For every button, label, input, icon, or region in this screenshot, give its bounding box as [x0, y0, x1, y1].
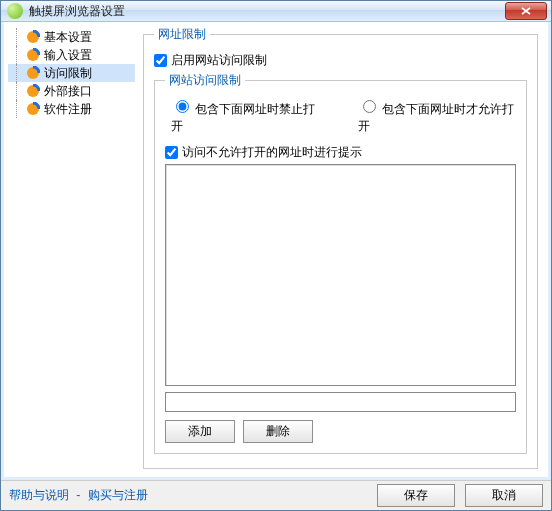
add-button[interactable]: 添加	[165, 420, 235, 443]
radio-allow[interactable]	[363, 100, 376, 113]
footer-links: 帮助与说明 - 购买与注册	[9, 487, 377, 504]
close-button[interactable]	[505, 2, 547, 20]
sidebar-item-label: 软件注册	[44, 101, 92, 118]
enable-checkbox[interactable]	[154, 54, 167, 67]
sidebar-item-basic[interactable]: 基本设置	[8, 28, 135, 46]
window-body: 基本设置 输入设置 访问限制 外部接口	[1, 22, 551, 480]
url-listbox[interactable]	[165, 164, 516, 386]
sidebar-item-register[interactable]: 软件注册	[8, 100, 135, 118]
prompt-row: 访问不允许打开的网址时进行提示	[165, 144, 516, 161]
buy-link[interactable]: 购买与注册	[88, 488, 148, 502]
outer-groupbox-legend: 网址限制	[154, 26, 210, 43]
list-buttons: 添加 删除	[165, 420, 516, 443]
swirl-icon	[26, 102, 40, 116]
swirl-icon	[26, 66, 40, 80]
swirl-icon	[26, 30, 40, 44]
enable-row: 启用网站访问限制	[154, 52, 527, 69]
save-button[interactable]: 保存	[377, 484, 455, 507]
sidebar-item-access[interactable]: 访问限制	[8, 64, 135, 82]
radio-block-label[interactable]: 包含下面网址时禁止打开	[171, 102, 315, 133]
swirl-icon	[26, 48, 40, 62]
prompt-label[interactable]: 访问不允许打开的网址时进行提示	[182, 144, 362, 161]
sidebar-item-label: 外部接口	[44, 83, 92, 100]
titlebar: 触摸屏浏览器设置	[1, 1, 551, 22]
close-icon	[521, 7, 531, 15]
swirl-icon	[26, 84, 40, 98]
cancel-button[interactable]: 取消	[465, 484, 543, 507]
inner-groupbox-legend: 网站访问限制	[165, 72, 245, 89]
enable-label[interactable]: 启用网站访问限制	[171, 52, 267, 69]
outer-groupbox: 网址限制 启用网站访问限制 网站访问限制 包含下面网址时禁止打开	[143, 26, 538, 469]
settings-window: 触摸屏浏览器设置 基本设置 输入设置 访问限制	[0, 0, 552, 511]
sidebar-item-label: 访问限制	[44, 65, 92, 82]
sidebar-item-label: 基本设置	[44, 29, 92, 46]
prompt-checkbox[interactable]	[165, 146, 178, 159]
window-title: 触摸屏浏览器设置	[29, 3, 505, 20]
separator: -	[76, 488, 80, 502]
help-link[interactable]: 帮助与说明	[9, 488, 69, 502]
radio-row: 包含下面网址时禁止打开 包含下面网址时才允许打开	[171, 97, 516, 135]
url-input[interactable]	[165, 392, 516, 412]
sidebar: 基本设置 输入设置 访问限制 外部接口	[4, 22, 139, 477]
sidebar-item-label: 输入设置	[44, 47, 92, 64]
radio-allow-label[interactable]: 包含下面网址时才允许打开	[358, 102, 514, 133]
sidebar-item-external[interactable]: 外部接口	[8, 82, 135, 100]
radio-block[interactable]	[176, 100, 189, 113]
delete-button[interactable]: 删除	[243, 420, 313, 443]
sidebar-item-input[interactable]: 输入设置	[8, 46, 135, 64]
footer-actions: 保存 取消	[377, 484, 543, 507]
content-panel: 网址限制 启用网站访问限制 网站访问限制 包含下面网址时禁止打开	[139, 22, 548, 477]
inner-groupbox: 网站访问限制 包含下面网址时禁止打开 包含下面网址时才允许打开	[154, 72, 527, 454]
app-icon	[7, 3, 23, 19]
footer: 帮助与说明 - 购买与注册 保存 取消	[1, 480, 551, 510]
